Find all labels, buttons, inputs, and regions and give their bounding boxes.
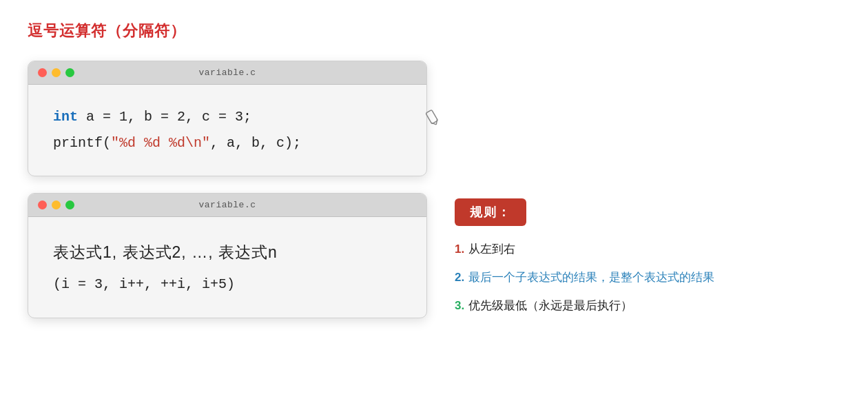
code-window-1: variable.c int a = 1, b = 2, c = 3; prin…	[28, 61, 427, 176]
rule-item-2: 2. 最后一个子表达式的结果，是整个表达式的结果	[455, 269, 840, 285]
filename-1: variable.c	[198, 68, 256, 78]
svg-line-2	[434, 119, 439, 125]
rules-list: 1. 从左到右 2. 最后一个子表达式的结果，是整个表达式的结果 3. 优先级最…	[455, 241, 840, 313]
dot-yellow-2	[52, 200, 61, 209]
window1-wrapper: variable.c int a = 1, b = 2, c = 3; prin…	[28, 61, 427, 176]
svg-rect-0	[426, 110, 438, 124]
window-dots-1	[38, 68, 74, 77]
dot-red-2	[38, 200, 47, 209]
code-window-2: variable.c 表达式1, 表达式2, …, 表达式n (i = 3, i…	[28, 193, 427, 318]
svg-line-1	[431, 121, 436, 126]
rule-text-2: 最后一个子表达式的结果，是整个表达式的结果	[468, 269, 714, 285]
expr-body: 表达式1, 表达式2, …, 表达式n (i = 3, i++, ++i, i+…	[28, 217, 426, 318]
code-line-2: printf("%d %d %d\n", a, b, c);	[53, 130, 402, 156]
page-title: 逗号运算符（分隔符）	[28, 21, 840, 41]
dot-red-1	[38, 68, 47, 77]
code-rest-1: a = 1, b = 2, c = 3;	[86, 109, 251, 125]
code-body-1: int a = 1, b = 2, c = 3; printf("%d %d %…	[28, 85, 426, 176]
code-printf: printf(	[53, 135, 111, 151]
window-dots-2	[38, 200, 74, 209]
filename-2: variable.c	[198, 200, 256, 210]
rule-number-2: 2.	[455, 271, 464, 285]
main-content: variable.c int a = 1, b = 2, c = 3; prin…	[28, 61, 840, 318]
code-string: "%d %d %d\n"	[111, 135, 210, 151]
rule-text-3: 优先级最低（永远是最后执行）	[468, 298, 632, 313]
rule-number-3: 3.	[455, 299, 464, 313]
page-container: 逗号运算符（分隔符） variable.c	[0, 0, 868, 412]
dot-yellow-1	[52, 68, 61, 77]
rule-item-3: 3. 优先级最低（永远是最后执行）	[455, 298, 840, 313]
titlebar-1: variable.c	[28, 61, 426, 85]
left-column: variable.c int a = 1, b = 2, c = 3; prin…	[28, 61, 427, 318]
dot-green-1	[65, 68, 74, 77]
expr-main-text: 表达式1, 表达式2, …, 表达式n	[53, 236, 402, 268]
expr-sub-text: (i = 3, i++, ++i, i+5)	[53, 271, 402, 298]
rule-text-1: 从左到右	[468, 241, 515, 257]
dot-green-2	[65, 200, 74, 209]
rule-number-1: 1.	[455, 243, 464, 256]
rules-badge: 规则：	[455, 198, 526, 226]
titlebar-2: variable.c	[28, 194, 426, 217]
right-column: 规则： 1. 从左到右 2. 最后一个子表达式的结果，是整个表达式的结果 3. …	[455, 61, 840, 313]
code-line-1: int a = 1, b = 2, c = 3;	[53, 104, 402, 130]
keyword-int: int	[53, 109, 78, 125]
code-args: , a, b, c);	[210, 135, 301, 151]
rule-item-1: 1. 从左到右	[455, 241, 840, 257]
